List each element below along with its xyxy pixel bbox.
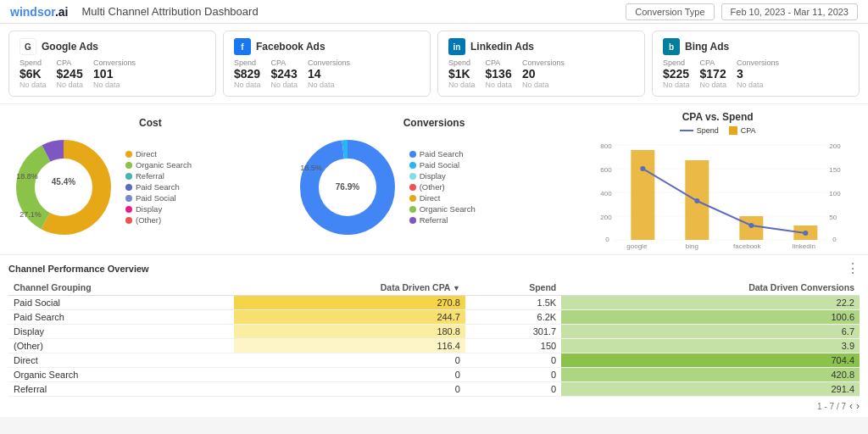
spend-cell: 0 [465, 353, 561, 368]
cost-legend: DirectOrganic SearchReferralPaid SearchP… [125, 149, 192, 225]
svg-text:27.1%: 27.1% [19, 210, 42, 219]
date-range-dropdown[interactable]: Feb 10, 2023 - Mar 11, 2023 [721, 3, 858, 20]
table-header-row: Channel Performance Overview ⋮ [8, 260, 860, 276]
metric-spend: Spend $6K No data [19, 58, 47, 89]
conv-legend-item: Paid Social [409, 160, 476, 170]
cpa-cell: 180.8 [234, 325, 465, 339]
svg-text:0: 0 [833, 236, 837, 243]
conversions-legend: Paid SearchPaid SocialDisplay(Other)Dire… [409, 149, 476, 225]
svg-text:150: 150 [830, 166, 842, 174]
bing-icon: b [663, 38, 680, 55]
cost-chart-title: Cost [8, 117, 292, 129]
conv-legend-item: Referral [409, 215, 476, 225]
cost-legend-item: Paid Social [125, 193, 192, 203]
svg-text:0: 0 [606, 236, 610, 243]
card-bing: b Bing Ads Spend $225 No data CPA $172 N… [652, 31, 860, 97]
channel-cell: (Other) [8, 339, 234, 353]
conversions-chart-panel: Conversions 76.9% 18.5% [292, 111, 576, 248]
pagination-info: 1 - 7 / 7 [817, 402, 846, 411]
header: windsor.ai Multi Channel Attribution Das… [0, 0, 868, 24]
card-linkedin: in Linkedin Ads Spend $1K No data CPA $1… [437, 31, 645, 97]
svg-text:linkedin: linkedin [793, 242, 815, 250]
linkedin-icon: in [448, 38, 465, 55]
svg-text:100: 100 [830, 190, 842, 198]
conversions-cell: 6.7 [561, 325, 860, 339]
svg-text:200: 200 [601, 214, 613, 221]
svg-text:600: 600 [601, 166, 613, 174]
table-row: Direct 0 0 704.4 [8, 353, 860, 368]
metric-cpa: CPA $243 No data [271, 58, 298, 89]
cost-legend-item: Referral [125, 171, 192, 181]
metric-conversions: Conversions 14 No data [308, 58, 350, 89]
conversions-cell: 291.4 [561, 382, 860, 397]
conv-legend-item: Organic Search [409, 204, 476, 214]
svg-point-36 [641, 166, 646, 171]
cost-legend-item: Direct [125, 149, 192, 159]
google-icon: G [19, 38, 36, 55]
metric-cpa: CPA $172 No data [700, 58, 727, 89]
cpa-chart-title: CPA vs. Spend [576, 111, 860, 123]
header-controls: Conversion Type Feb 10, 2023 - Mar 11, 2… [626, 3, 858, 20]
table-row: (Other) 116.4 150 3.9 [8, 339, 860, 353]
cpa-svg: 800 600 400 200 0 200 150 100 50 0 [576, 138, 860, 253]
conversions-cell: 420.8 [561, 368, 860, 382]
col-channel: Channel Grouping [8, 280, 234, 296]
card-name: Google Ads [42, 41, 98, 53]
col-spend: Spend [465, 280, 561, 296]
svg-text:50: 50 [830, 214, 837, 221]
conversion-type-dropdown[interactable]: Conversion Type [626, 3, 714, 20]
svg-point-6 [36, 159, 92, 215]
svg-text:800: 800 [601, 142, 613, 150]
cpa-cell: 0 [234, 353, 465, 368]
conv-legend-item: (Other) [409, 182, 476, 192]
svg-rect-32 [632, 150, 655, 240]
svg-text:45.4%: 45.4% [52, 177, 75, 186]
metric-spend: Spend $829 No data [234, 58, 261, 89]
spend-cell: 0 [465, 382, 561, 397]
conv-legend-item: Direct [409, 193, 476, 203]
spend-cell: 0 [465, 368, 561, 382]
svg-point-38 [749, 223, 754, 228]
channel-cell: Direct [8, 353, 234, 368]
conversions-cell: 3.9 [561, 339, 860, 353]
pagination-prev[interactable]: ‹ [849, 400, 853, 412]
pagination-next[interactable]: › [856, 400, 860, 412]
channel-cell: Referral [8, 382, 234, 397]
metric-conversions: Conversions 101 No data [93, 58, 136, 89]
table-menu-icon[interactable]: ⋮ [846, 260, 860, 276]
sort-arrow[interactable]: ▼ [453, 284, 460, 292]
svg-text:76.9%: 76.9% [335, 182, 359, 192]
cost-legend-item: (Other) [125, 215, 192, 225]
col-cpa: Data Driven CPA ▼ [234, 280, 465, 296]
card-name: Facebook Ads [256, 41, 326, 53]
table-row: Organic Search 0 0 420.8 [8, 368, 860, 382]
spend-legend-item: Spend [680, 126, 719, 135]
spend-cell: 301.7 [465, 325, 561, 339]
cpa-cell: 0 [234, 382, 465, 397]
metric-conversions: Conversions 3 No data [737, 58, 779, 89]
card-google: G Google Ads Spend $6K No data CPA $245 … [8, 31, 216, 97]
svg-text:400: 400 [601, 190, 613, 198]
table-section: Channel Performance Overview ⋮ Channel G… [0, 255, 868, 417]
cpa-cell: 244.7 [234, 310, 465, 325]
svg-point-37 [695, 198, 700, 203]
channel-cell: Paid Social [8, 296, 234, 310]
spend-cell: 6.2K [465, 310, 561, 325]
spend-cell: 150 [465, 339, 561, 353]
table-row: Paid Social 270.8 1.5K 22.2 [8, 296, 860, 310]
metric-spend: Spend $225 No data [663, 58, 690, 89]
svg-text:200: 200 [830, 142, 842, 150]
card-name: Linkedin Ads [470, 41, 534, 53]
cost-legend-item: Paid Search [125, 182, 192, 192]
cost-legend-item: Organic Search [125, 160, 192, 170]
conversions-donut: 76.9% 18.5% [292, 132, 403, 242]
svg-text:facebook: facebook [733, 242, 761, 250]
card-name: Bing Ads [685, 41, 729, 53]
cards-row: G Google Ads Spend $6K No data CPA $245 … [0, 24, 868, 104]
conversions-chart-title: Conversions [292, 117, 576, 129]
channel-cell: Display [8, 325, 234, 339]
conv-legend-item: Paid Search [409, 149, 476, 159]
cpa-cell: 116.4 [234, 339, 465, 353]
svg-text:google: google [627, 242, 648, 250]
table-row: Referral 0 0 291.4 [8, 382, 860, 397]
